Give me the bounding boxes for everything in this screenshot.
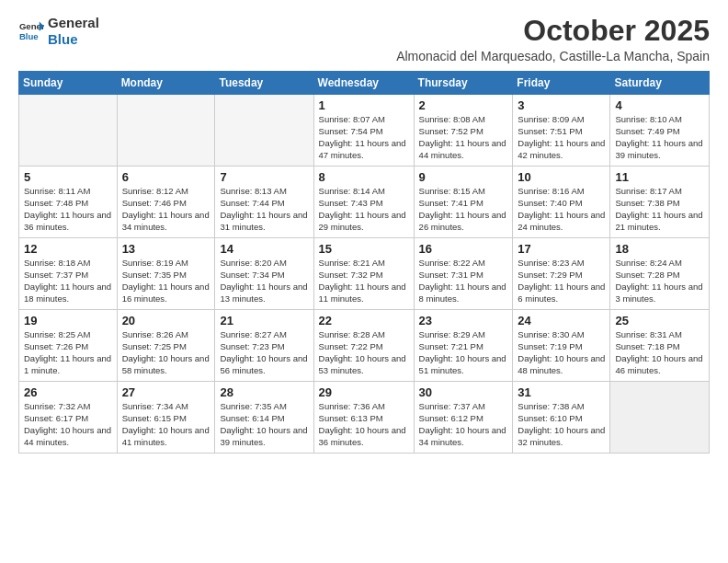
day-number: 26 <box>24 385 112 399</box>
day-number: 31 <box>518 385 605 399</box>
day-cell: 10Sunrise: 8:16 AM Sunset: 7:40 PM Dayli… <box>513 167 610 238</box>
day-number: 20 <box>122 314 210 327</box>
day-cell: 1Sunrise: 8:07 AM Sunset: 7:54 PM Daylig… <box>313 95 414 167</box>
day-cell: 25Sunrise: 8:31 AM Sunset: 7:18 PM Dayli… <box>610 310 710 382</box>
day-number: 8 <box>319 170 409 184</box>
day-number: 10 <box>518 170 605 184</box>
day-cell: 31Sunrise: 7:38 AM Sunset: 6:10 PM Dayli… <box>513 382 610 454</box>
day-info: Sunrise: 8:26 AM Sunset: 7:25 PM Dayligh… <box>122 329 210 376</box>
header-cell-wednesday: Wednesday <box>313 72 414 95</box>
day-number: 9 <box>419 170 508 184</box>
day-info: Sunrise: 8:12 AM Sunset: 7:46 PM Dayligh… <box>122 186 210 233</box>
day-info: Sunrise: 7:35 AM Sunset: 6:14 PM Dayligh… <box>220 401 308 448</box>
week-row-1: 1Sunrise: 8:07 AM Sunset: 7:54 PM Daylig… <box>19 95 710 167</box>
day-number: 29 <box>319 385 409 399</box>
day-cell <box>19 95 118 167</box>
day-info: Sunrise: 8:13 AM Sunset: 7:44 PM Dayligh… <box>220 186 308 233</box>
day-number: 19 <box>24 314 112 327</box>
day-info: Sunrise: 8:11 AM Sunset: 7:48 PM Dayligh… <box>24 186 112 233</box>
day-cell: 18Sunrise: 8:24 AM Sunset: 7:28 PM Dayli… <box>610 238 710 310</box>
day-number: 17 <box>518 242 605 256</box>
day-cell: 8Sunrise: 8:14 AM Sunset: 7:43 PM Daylig… <box>313 167 414 238</box>
day-number: 23 <box>419 314 508 327</box>
day-info: Sunrise: 7:36 AM Sunset: 6:13 PM Dayligh… <box>319 401 409 448</box>
day-cell: 23Sunrise: 8:29 AM Sunset: 7:21 PM Dayli… <box>414 310 513 382</box>
day-info: Sunrise: 8:31 AM Sunset: 7:18 PM Dayligh… <box>615 329 704 376</box>
day-cell: 29Sunrise: 7:36 AM Sunset: 6:13 PM Dayli… <box>313 382 414 454</box>
location: Almonacid del Marquesado, Castille-La Ma… <box>396 49 710 63</box>
day-number: 5 <box>24 170 112 184</box>
day-number: 4 <box>615 98 704 112</box>
day-info: Sunrise: 8:22 AM Sunset: 7:31 PM Dayligh… <box>419 258 508 304</box>
day-cell: 5Sunrise: 8:11 AM Sunset: 7:48 PM Daylig… <box>19 167 118 238</box>
day-info: Sunrise: 8:09 AM Sunset: 7:51 PM Dayligh… <box>518 114 605 161</box>
day-cell <box>117 95 215 167</box>
day-number: 18 <box>615 242 704 256</box>
day-number: 1 <box>319 98 409 112</box>
day-number: 7 <box>220 170 308 184</box>
day-info: Sunrise: 8:25 AM Sunset: 7:26 PM Dayligh… <box>24 329 112 376</box>
logo: General Blue General Blue <box>18 15 99 48</box>
logo-general: General <box>48 15 99 31</box>
day-cell <box>215 95 313 167</box>
day-number: 14 <box>220 242 308 256</box>
day-cell: 20Sunrise: 8:26 AM Sunset: 7:25 PM Dayli… <box>117 310 215 382</box>
day-number: 13 <box>122 242 210 256</box>
day-cell: 27Sunrise: 7:34 AM Sunset: 6:15 PM Dayli… <box>117 382 215 454</box>
day-number: 27 <box>122 385 210 399</box>
day-number: 28 <box>220 385 308 399</box>
header-row: SundayMondayTuesdayWednesdayThursdayFrid… <box>19 72 710 95</box>
day-info: Sunrise: 8:10 AM Sunset: 7:49 PM Dayligh… <box>615 114 704 161</box>
day-info: Sunrise: 8:24 AM Sunset: 7:28 PM Dayligh… <box>615 258 704 304</box>
day-cell: 9Sunrise: 8:15 AM Sunset: 7:41 PM Daylig… <box>414 167 513 238</box>
week-row-4: 19Sunrise: 8:25 AM Sunset: 7:26 PM Dayli… <box>19 310 710 382</box>
day-cell: 12Sunrise: 8:18 AM Sunset: 7:37 PM Dayli… <box>19 238 118 310</box>
header-cell-saturday: Saturday <box>610 72 710 95</box>
day-info: Sunrise: 8:08 AM Sunset: 7:52 PM Dayligh… <box>419 114 508 161</box>
day-info: Sunrise: 7:34 AM Sunset: 6:15 PM Dayligh… <box>122 401 210 448</box>
day-cell: 19Sunrise: 8:25 AM Sunset: 7:26 PM Dayli… <box>19 310 118 382</box>
day-cell: 11Sunrise: 8:17 AM Sunset: 7:38 PM Dayli… <box>610 167 710 238</box>
day-info: Sunrise: 8:20 AM Sunset: 7:34 PM Dayligh… <box>220 258 308 304</box>
day-number: 24 <box>518 314 605 327</box>
day-info: Sunrise: 8:27 AM Sunset: 7:23 PM Dayligh… <box>220 329 308 376</box>
header-cell-friday: Friday <box>513 72 610 95</box>
day-info: Sunrise: 8:14 AM Sunset: 7:43 PM Dayligh… <box>319 186 409 233</box>
day-cell: 17Sunrise: 8:23 AM Sunset: 7:29 PM Dayli… <box>513 238 610 310</box>
day-number: 12 <box>24 242 112 256</box>
week-row-5: 26Sunrise: 7:32 AM Sunset: 6:17 PM Dayli… <box>19 382 710 454</box>
day-info: Sunrise: 8:18 AM Sunset: 7:37 PM Dayligh… <box>24 258 112 304</box>
day-info: Sunrise: 8:07 AM Sunset: 7:54 PM Dayligh… <box>319 114 409 161</box>
day-info: Sunrise: 8:15 AM Sunset: 7:41 PM Dayligh… <box>419 186 508 233</box>
day-cell: 28Sunrise: 7:35 AM Sunset: 6:14 PM Dayli… <box>215 382 313 454</box>
day-cell: 13Sunrise: 8:19 AM Sunset: 7:35 PM Dayli… <box>117 238 215 310</box>
day-cell: 22Sunrise: 8:28 AM Sunset: 7:22 PM Dayli… <box>313 310 414 382</box>
day-info: Sunrise: 8:19 AM Sunset: 7:35 PM Dayligh… <box>122 258 210 304</box>
day-cell: 30Sunrise: 7:37 AM Sunset: 6:12 PM Dayli… <box>414 382 513 454</box>
day-cell: 4Sunrise: 8:10 AM Sunset: 7:49 PM Daylig… <box>610 95 710 167</box>
day-info: Sunrise: 8:17 AM Sunset: 7:38 PM Dayligh… <box>615 186 704 233</box>
header-cell-sunday: Sunday <box>19 72 118 95</box>
header: General Blue General Blue October 2025 A… <box>18 15 710 63</box>
day-number: 15 <box>319 242 409 256</box>
logo-blue: Blue <box>48 31 99 48</box>
day-info: Sunrise: 8:28 AM Sunset: 7:22 PM Dayligh… <box>319 329 409 376</box>
day-info: Sunrise: 7:32 AM Sunset: 6:17 PM Dayligh… <box>24 401 112 448</box>
day-cell: 7Sunrise: 8:13 AM Sunset: 7:44 PM Daylig… <box>215 167 313 238</box>
day-cell: 6Sunrise: 8:12 AM Sunset: 7:46 PM Daylig… <box>117 167 215 238</box>
calendar-table: SundayMondayTuesdayWednesdayThursdayFrid… <box>18 71 710 454</box>
day-info: Sunrise: 8:21 AM Sunset: 7:32 PM Dayligh… <box>319 258 409 304</box>
header-cell-tuesday: Tuesday <box>215 72 313 95</box>
week-row-2: 5Sunrise: 8:11 AM Sunset: 7:48 PM Daylig… <box>19 167 710 238</box>
day-info: Sunrise: 8:30 AM Sunset: 7:19 PM Dayligh… <box>518 329 605 376</box>
svg-text:Blue: Blue <box>19 31 39 41</box>
day-cell: 14Sunrise: 8:20 AM Sunset: 7:34 PM Dayli… <box>215 238 313 310</box>
day-cell: 26Sunrise: 7:32 AM Sunset: 6:17 PM Dayli… <box>19 382 118 454</box>
day-cell <box>610 382 710 454</box>
day-info: Sunrise: 8:16 AM Sunset: 7:40 PM Dayligh… <box>518 186 605 233</box>
day-cell: 3Sunrise: 8:09 AM Sunset: 7:51 PM Daylig… <box>513 95 610 167</box>
day-number: 6 <box>122 170 210 184</box>
day-number: 2 <box>419 98 508 112</box>
day-number: 30 <box>419 385 508 399</box>
logo-icon: General Blue <box>18 18 44 44</box>
